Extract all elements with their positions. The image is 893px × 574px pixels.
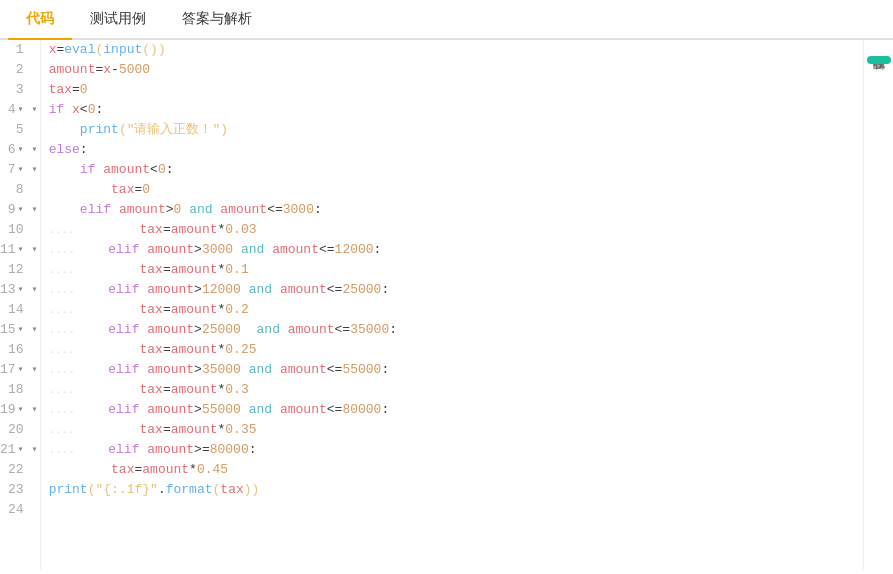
token-var: amount xyxy=(280,280,327,300)
token-kw: if xyxy=(80,160,103,180)
token-kw: elif xyxy=(108,360,147,380)
token-var: tax xyxy=(111,460,134,480)
token-and-kw: and xyxy=(249,280,272,300)
token-paren: ( xyxy=(213,480,221,500)
token-num: 0 xyxy=(158,160,166,180)
code-line-11: .... elif amount>3000 and amount<=12000: xyxy=(49,240,863,260)
token-num: 3000 xyxy=(283,200,314,220)
tab-answer[interactable]: 答案与解析 xyxy=(164,0,270,40)
code-content[interactable]: x=eval(input())amount=x-5000tax=0if x<0:… xyxy=(41,40,863,570)
token-fn: input xyxy=(103,40,142,60)
token-plain: > xyxy=(194,400,202,420)
token-var: amount xyxy=(119,200,166,220)
code-line-18: .... tax=amount*0.3 xyxy=(49,380,863,400)
badge[interactable]: 旺档 xyxy=(867,56,891,64)
token-var: x xyxy=(49,40,57,60)
token-var: amount xyxy=(288,320,335,340)
token-str: "{:.1f}" xyxy=(95,480,157,500)
token-plain: * xyxy=(189,460,197,480)
line-number-11: 11▾ xyxy=(0,240,30,260)
token-var: x xyxy=(72,100,80,120)
token-plain: : xyxy=(249,440,257,460)
token-and-kw: and xyxy=(249,360,272,380)
token-plain: > xyxy=(194,360,202,380)
line-number-12: 12 xyxy=(0,260,30,280)
code-line-19: .... elif amount>55000 and amount<=80000… xyxy=(49,400,863,420)
token-num: 0 xyxy=(174,200,182,220)
line-number-19: 19▾ xyxy=(0,400,30,420)
token-num: 0.3 xyxy=(225,380,248,400)
token-paren: ( xyxy=(119,120,127,140)
token-var: tax xyxy=(139,380,162,400)
line-number-4: 4▾ xyxy=(0,100,30,120)
code-line-17: .... elif amount>35000 and amount<=55000… xyxy=(49,360,863,380)
token-num: 0 xyxy=(80,80,88,100)
token-plain: = xyxy=(72,80,80,100)
token-kw: if xyxy=(49,100,72,120)
token-num: 80000 xyxy=(342,400,381,420)
token-kw: elif xyxy=(108,240,147,260)
token-num: 55000 xyxy=(202,400,241,420)
line-number-8: 8 xyxy=(0,180,30,200)
line-number-10: 10 xyxy=(0,220,30,240)
token-var: tax xyxy=(49,80,72,100)
tab-bar: 代码 测试用例 答案与解析 xyxy=(0,0,893,40)
token-fn: format xyxy=(166,480,213,500)
token-num: 55000 xyxy=(342,360,381,380)
token-plain: - xyxy=(111,60,119,80)
token-plain: = xyxy=(95,60,103,80)
token-plain xyxy=(241,320,257,340)
token-plain: = xyxy=(163,260,171,280)
token-num: 0.03 xyxy=(225,220,256,240)
token-num: 35000 xyxy=(350,320,389,340)
code-line-22: tax=amount*0.45 xyxy=(49,460,863,480)
code-editor: 1234▾56▾7▾89▾1011▾1213▾1415▾1617▾1819▾20… xyxy=(0,40,893,570)
token-paren: ) xyxy=(220,120,228,140)
code-line-14: .... tax=amount*0.2 xyxy=(49,300,863,320)
token-plain xyxy=(280,320,288,340)
token-var: x xyxy=(103,60,111,80)
token-plain: <= xyxy=(319,240,335,260)
code-line-20: .... tax=amount*0.35 xyxy=(49,420,863,440)
token-plain: >= xyxy=(194,440,210,460)
right-panel: 在线编程 旺档 xyxy=(863,40,893,570)
line-number-3: 3 xyxy=(0,80,30,100)
token-plain: * xyxy=(218,300,226,320)
tab-code[interactable]: 代码 xyxy=(8,0,72,40)
token-plain: * xyxy=(218,340,226,360)
token-plain: = xyxy=(134,460,142,480)
token-fn: print xyxy=(49,480,88,500)
token-plain: = xyxy=(163,220,171,240)
tab-test-case[interactable]: 测试用例 xyxy=(72,0,164,40)
token-plain: : xyxy=(80,140,88,160)
line-number-20: 20 xyxy=(0,420,30,440)
token-var: amount xyxy=(147,360,194,380)
line-number-21: 21▾ xyxy=(0,440,30,460)
token-fn: eval xyxy=(64,40,95,60)
token-plain: * xyxy=(218,220,226,240)
token-plain: > xyxy=(194,240,202,260)
line-number-7: 7▾ xyxy=(0,160,30,180)
token-kw: elif xyxy=(108,400,147,420)
token-num: 0.25 xyxy=(225,340,256,360)
token-plain: * xyxy=(218,380,226,400)
token-var: tax xyxy=(139,220,162,240)
token-var: amount xyxy=(147,440,194,460)
token-plain: <= xyxy=(327,360,343,380)
line-number-2: 2 xyxy=(0,60,30,80)
code-line-10: .... tax=amount*0.03 xyxy=(49,220,863,240)
token-num: 12000 xyxy=(335,240,374,260)
token-plain xyxy=(241,360,249,380)
code-line-6: else: xyxy=(49,140,863,160)
token-var: amount xyxy=(171,420,218,440)
token-var: amount xyxy=(171,380,218,400)
code-line-3: tax=0 xyxy=(49,80,863,100)
token-num: 0.2 xyxy=(225,300,248,320)
token-paren: ( xyxy=(95,40,103,60)
token-var: amount xyxy=(147,280,194,300)
line-number-22: 22 xyxy=(0,460,30,480)
token-plain xyxy=(233,240,241,260)
token-kw: else xyxy=(49,140,80,160)
token-num: 0 xyxy=(88,100,96,120)
token-plain xyxy=(241,400,249,420)
